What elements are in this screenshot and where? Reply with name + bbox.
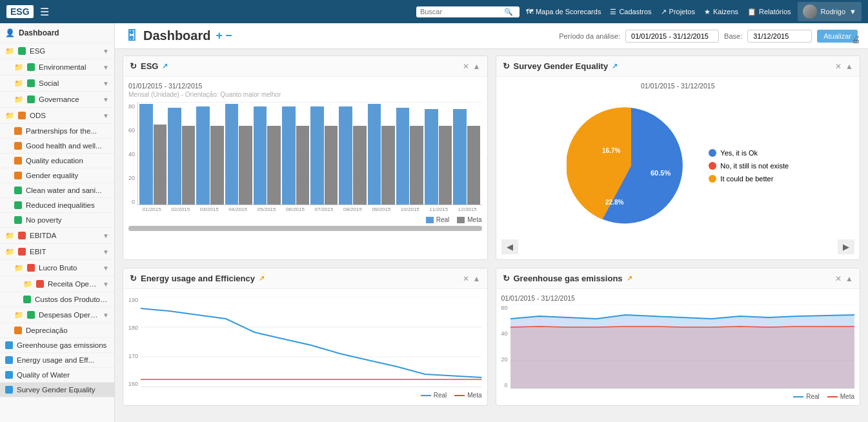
survey-collapse-icon[interactable]: ▲ [845, 62, 853, 71]
greenhouse-close-icon[interactable]: ✕ [835, 274, 842, 283]
sidebar-item-governance[interactable]: 📁 Governance ▼ [0, 92, 114, 108]
sidebar-item-despesas[interactable]: 📁 Despesas Operacionais ▼ [0, 307, 114, 323]
x-label-2: 03/2015 [195, 206, 223, 212]
dashboard-icon: 🎛 [125, 28, 138, 43]
search-input[interactable] [420, 8, 504, 15]
user-menu[interactable]: Rodrigo ▼ [798, 2, 862, 21]
sidebar-item-environmental[interactable]: 📁 Environmental ▼ [0, 59, 114, 75]
greenhouse-link-icon[interactable]: ↗ [627, 274, 632, 283]
bar-group-10 [425, 109, 452, 205]
sidebar-item-depreciacao[interactable]: Depreciação [0, 323, 114, 338]
sidebar-item-greenhouse[interactable]: Greenhouse gas emissions [0, 338, 114, 353]
greenhouse-y-20: 20 [501, 356, 508, 363]
sidebar-item-social[interactable]: 📁 Social ▼ [0, 75, 114, 92]
bar-real-11 [453, 109, 467, 205]
esg-chart-card: ↻ ESG ↗ ✕ ▲ 01/01/2015 - 31/12/2015 Mens… [123, 55, 488, 260]
sidebar-env-label: Environmental [39, 63, 99, 71]
period-input[interactable] [625, 30, 719, 43]
sidebar-item-cleanwater[interactable]: Clean water and sani... [0, 183, 114, 198]
sidebar-item-lucrobruto[interactable]: 📁 Lucro Bruto ▼ [0, 260, 114, 276]
nav-projetos[interactable]: ↗ Projetos [661, 8, 695, 16]
survey-prev-button[interactable]: ◀ [501, 239, 518, 254]
sidebar-item-nopoverty[interactable]: No poverty [0, 213, 114, 228]
sidebar-item-qualitywater[interactable]: Quality of Water [0, 368, 114, 383]
sidebar-item-ods[interactable]: 📁 ODS ▼ [0, 108, 114, 124]
sidebar-item-esg[interactable]: 📁 ESG ▼ [0, 43, 114, 59]
esg-scrollbar[interactable] [128, 226, 482, 231]
survey-link-icon[interactable]: ↗ [612, 62, 618, 70]
lucro-sq-icon [27, 264, 35, 272]
bar-real-10 [425, 109, 438, 205]
page-title: 🎛 Dashboard + − [125, 28, 232, 43]
sidebar-goodhealth-label: Good health and well... [26, 142, 109, 150]
nav-cadastros-label: Cadastros [619, 8, 651, 15]
sidebar-item-gender[interactable]: Gender equality [0, 168, 114, 183]
energy-chart-header: ↻ Energy usage and Efficiency ↗ ✕ ▲ [123, 268, 487, 289]
greenhouse-chart-title: ↻ Greenhouse gas emissions ↗ [503, 274, 831, 283]
pie-label-red: 22.8% [605, 199, 623, 206]
cleanwater-sq-icon [14, 186, 22, 194]
energy-collapse-icon[interactable]: ▲ [473, 274, 481, 283]
nav-kaizens-label: Kaizens [713, 8, 738, 15]
sidebar-item-reduced[interactable]: Reduced inequalities [0, 198, 114, 213]
period-label: Período da análise: [559, 32, 620, 40]
greenhouse-y-60: 60 [501, 305, 508, 311]
bar-meta-0 [154, 125, 167, 205]
sidebar-item-dashboard[interactable]: 👤 Dashboard [0, 23, 114, 43]
sidebar-item-ebitda[interactable]: 📁 EBITDA ▼ [0, 228, 114, 244]
greenhouse-collapse-icon[interactable]: ▲ [845, 274, 853, 283]
nav-cadastros[interactable]: ☰ Cadastros [610, 8, 651, 16]
x-label-11: 12/2015 [453, 206, 481, 212]
sidebar-item-quality[interactable]: Quality education [0, 154, 114, 168]
base-input[interactable] [747, 30, 812, 43]
list-icon: ☰ [610, 8, 616, 16]
esg-collapse-icon[interactable]: ▲ [473, 62, 481, 71]
survey-chart-actions: ✕ ▲ [835, 62, 853, 71]
bar-group-6 [310, 106, 338, 205]
survey-next-button[interactable]: ▶ [838, 239, 854, 254]
bar-meta-4 [267, 126, 281, 205]
sidebar-item-ebit[interactable]: 📁 EBIT ▼ [0, 244, 114, 260]
sidebar-item-energyusage[interactable]: Energy usage and Eff... [0, 353, 114, 368]
pie-legend-blue: Yes, it is Ok [709, 149, 789, 157]
bar-meta-7 [353, 126, 367, 205]
despesas-sq-icon [27, 311, 35, 319]
nav-items: 🗺 Mapa de Scorecards ☰ Cadastros ↗ Proje… [526, 8, 791, 16]
esg-close-icon[interactable]: ✕ [463, 62, 469, 71]
greenhouse-y-40: 40 [501, 330, 508, 337]
sidebar-item-custos[interactable]: Custos dos Produtos ... [0, 292, 114, 307]
energy-y-160: 160 [128, 381, 138, 387]
sidebar-item-receitaop[interactable]: 📁 Receita Operacional ... ▼ [0, 276, 114, 292]
sidebar-item-goodhealth[interactable]: Good health and well... [0, 139, 114, 154]
nav-projetos-label: Projetos [669, 8, 695, 15]
survey-close-icon[interactable]: ✕ [835, 62, 842, 71]
y-label-20: 20 [128, 175, 135, 181]
y-label-40: 40 [128, 151, 135, 157]
energy-close-icon[interactable]: ✕ [463, 274, 469, 283]
sidebar-ods-label: ODS [30, 112, 99, 119]
pie-label-better: It could be better [720, 175, 773, 183]
print-icon[interactable]: 🖨 [851, 34, 860, 45]
top-nav: ESG ☰ 🔍 🗺 Mapa de Scorecards ☰ Cadastros… [0, 0, 868, 23]
user-name: Rodrigo [821, 8, 846, 15]
chevron-right-icon-despesas: ▼ [103, 312, 109, 319]
bar-group-9 [396, 108, 423, 205]
folder-icon-ods: 📁 [5, 111, 14, 120]
sidebar-item-partnerships[interactable]: Partnerships for the... [0, 124, 114, 139]
chevron-right-icon-ebitda: ▼ [103, 232, 109, 239]
goodhealth-sq-icon [14, 142, 22, 150]
nav-kaizens[interactable]: ★ Kaizens [704, 8, 738, 16]
quality-sq-icon [14, 157, 22, 165]
nav-scorecards[interactable]: 🗺 Mapa de Scorecards [526, 8, 601, 15]
nav-relatorios[interactable]: 📋 Relatórios [747, 8, 791, 16]
energy-link-icon[interactable]: ↗ [259, 274, 265, 283]
energy-y-190: 190 [128, 297, 138, 303]
esg-link-icon[interactable]: ↗ [162, 62, 168, 70]
hamburger-icon[interactable]: ☰ [40, 6, 49, 18]
search-bar: 🔍 [416, 6, 520, 17]
remove-widget-button[interactable]: − [225, 29, 232, 43]
add-widget-button[interactable]: + [216, 29, 223, 43]
bar-group-11 [453, 109, 480, 205]
sidebar-item-surveygender[interactable]: Survey Gender Equality [0, 383, 114, 397]
greenhouse-chart-card: ↻ Greenhouse gas emissions ↗ ✕ ▲ 01/01/2… [496, 268, 861, 406]
